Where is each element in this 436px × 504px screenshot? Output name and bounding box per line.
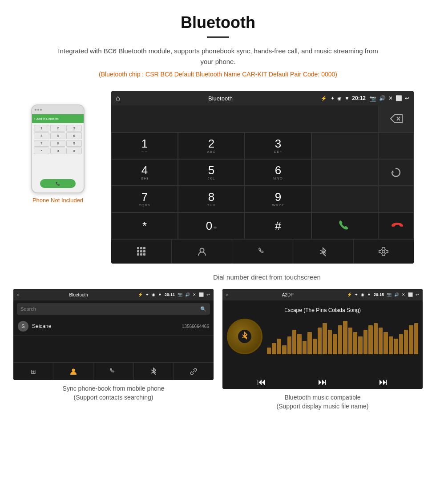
key-hash[interactable]: # [245, 212, 311, 239]
pb-signal: ▼ [158, 292, 162, 297]
dialer-input-area[interactable] [111, 105, 378, 132]
home-icon[interactable]: ⌂ [116, 94, 120, 102]
key-3[interactable]: 3 DEF [245, 132, 311, 159]
key-reload2 [378, 186, 414, 212]
phone-key[interactable]: 1 [34, 125, 49, 132]
phone-key[interactable]: 4 [34, 132, 49, 139]
key-6[interactable]: 6 MNO [245, 159, 311, 186]
phone-top-bar [32, 105, 84, 114]
close-icon[interactable]: ✕ [388, 95, 393, 101]
dialer-nav [111, 239, 414, 264]
music-camera[interactable]: 📷 [387, 292, 392, 297]
nav-contacts[interactable] [172, 240, 232, 264]
pb-nav-link[interactable] [174, 363, 214, 380]
pb-back[interactable]: ↩ [206, 292, 210, 297]
phone-key[interactable]: # [66, 148, 82, 154]
prev-button[interactable]: ⏮ [257, 377, 266, 387]
pb-nav-call[interactable] [93, 363, 133, 380]
nav-dialpad[interactable] [111, 240, 172, 264]
key-0[interactable]: 0 + [178, 212, 245, 239]
screen-icon[interactable]: ⬜ [396, 95, 402, 101]
back-icon[interactable]: ↩ [405, 95, 409, 101]
svg-rect-11 [140, 253, 142, 256]
svg-marker-3 [392, 170, 394, 172]
play-pause-button[interactable]: ⏭ [318, 377, 327, 387]
phone-key[interactable]: 3 [66, 125, 82, 132]
pb-time: 20:11 [165, 292, 175, 297]
svg-rect-6 [143, 247, 145, 249]
call-green-button[interactable] [311, 212, 378, 239]
backspace-button[interactable] [378, 105, 414, 132]
camera-icon[interactable]: 📷 [369, 95, 376, 102]
phone-key[interactable]: 6 [66, 132, 82, 139]
signal-icon: ▼ [344, 96, 349, 101]
key-8[interactable]: 8 TUV [178, 186, 245, 212]
volume-icon[interactable]: 🔊 [379, 95, 386, 101]
svg-rect-4 [137, 247, 139, 249]
svg-point-15 [72, 368, 75, 372]
pb-contact-row[interactable]: S Seicane 13566664466 [13, 317, 214, 336]
music-back[interactable]: ↩ [416, 292, 419, 297]
phone-key[interactable]: 9 [66, 140, 82, 147]
music-home-icon[interactable]: ⌂ [226, 292, 228, 297]
page-description: Integrated with BC6 Bluetooth module, su… [51, 46, 385, 67]
phone-key[interactable]: 8 [50, 140, 66, 147]
pb-nav-bt[interactable] [134, 363, 174, 380]
music-caption: Bluetooth music compatible (Support disp… [277, 393, 369, 411]
phone-key[interactable]: 0 [50, 148, 66, 154]
key-1[interactable]: 1 ∽∽ [111, 132, 178, 159]
pb-home-icon[interactable]: ⌂ [17, 292, 19, 297]
location-icon: ◉ [337, 96, 342, 101]
next-button[interactable]: ⏭ [379, 377, 388, 387]
key-star[interactable]: * [111, 212, 178, 239]
svg-rect-12 [143, 253, 145, 256]
key-2[interactable]: 2 ABC [178, 132, 245, 159]
pb-title: Bluetooth [22, 292, 135, 297]
contact-number: 13566664466 [182, 324, 209, 329]
phone-key[interactable]: 5 [50, 132, 66, 139]
pb-close[interactable]: ✕ [193, 292, 196, 297]
phonebook-item: ⌂ Bluetooth ⚡ ✦ ◉ ▼ 20:11 📷 🔊 ✕ ⬜ ↩ Sear… [13, 289, 214, 411]
dialer-screen: ⌂ Bluetooth ⚡ ✦ ◉ ▼ 20:12 📷 🔊 ✕ ⬜ ↩ [111, 91, 414, 264]
key-9[interactable]: 9 WXYZ [245, 186, 311, 212]
svg-rect-8 [140, 250, 142, 252]
svg-point-14 [382, 250, 385, 253]
music-signal: ▼ [367, 292, 371, 297]
usb-icon: ⚡ [321, 96, 327, 101]
music-screen[interactable]: ⬜ [408, 292, 413, 297]
phone-call-button[interactable]: 📞 [40, 179, 76, 188]
music-item: ⌂ A2DP ⚡ ✦ ◉ ▼ 20:15 📷 🔊 ✕ ⬜ ↩ Escape (T… [222, 289, 423, 411]
svg-rect-10 [137, 253, 139, 256]
dialer-display [111, 105, 414, 132]
pb-nav-contacts[interactable] [53, 363, 93, 380]
pb-nav-dialpad[interactable]: ⊞ [13, 363, 53, 380]
contact-name: Seicane [32, 323, 182, 329]
key-5[interactable]: 5 JKL [178, 159, 245, 186]
pb-location: ◉ [152, 292, 155, 297]
phone-key[interactable]: 2 [50, 125, 66, 132]
key-4[interactable]: 4 GHI [111, 159, 178, 186]
nav-bluetooth[interactable] [293, 240, 354, 264]
pb-camera[interactable]: 📷 [178, 292, 182, 297]
phone-not-included-label: Phone Not Included [32, 197, 83, 204]
page-title: Bluetooth [27, 13, 409, 32]
key-reload[interactable] [378, 159, 414, 186]
phone-key[interactable]: * [34, 148, 49, 154]
phonebook-search[interactable]: Search 🔍 [17, 303, 210, 315]
music-close[interactable]: ✕ [402, 292, 405, 297]
key-7[interactable]: 7 PQRS [111, 186, 178, 212]
main-content: + Add to Contacts 1 2 3 4 5 6 7 8 9 * 0 … [0, 87, 436, 272]
nav-call-log[interactable] [232, 240, 293, 264]
music-vol[interactable]: 🔊 [394, 292, 399, 297]
phone-mockup: + Add to Contacts 1 2 3 4 5 6 7 8 9 * 0 … [31, 104, 85, 193]
music-time: 20:15 [374, 292, 384, 297]
call-red-button[interactable] [378, 212, 414, 239]
phone-dot [35, 109, 36, 111]
pb-screen[interactable]: ⬜ [199, 292, 204, 297]
pb-status-bar: ⌂ Bluetooth ⚡ ✦ ◉ ▼ 20:11 📷 🔊 ✕ ⬜ ↩ [13, 289, 214, 300]
pb-vol[interactable]: 🔊 [185, 292, 190, 297]
nav-settings[interactable] [354, 240, 414, 264]
music-body: Escape (The Pina Colada Song) [222, 300, 423, 372]
status-icons: ✦ ◉ ▼ 20:12 [331, 95, 366, 101]
phone-key[interactable]: 7 [34, 140, 49, 147]
